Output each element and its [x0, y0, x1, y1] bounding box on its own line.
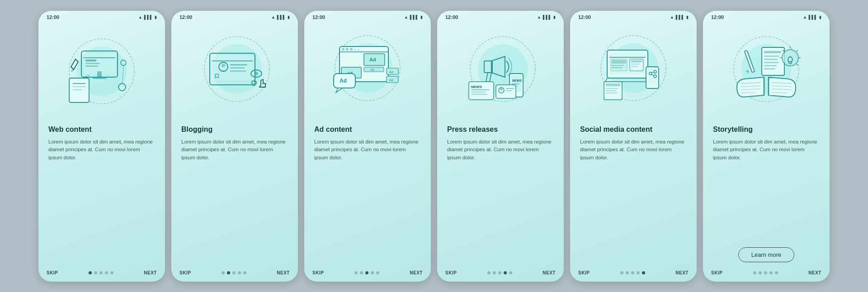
dot-3-5: [376, 271, 379, 274]
svg-rect-85: [648, 69, 657, 84]
dot-6-5: [775, 271, 778, 274]
svg-rect-9: [93, 78, 106, 79]
bottom-web-content: SKIP NEXT: [38, 266, 165, 282]
dot-1-5: [110, 271, 113, 274]
signal-icon-6: ▌▌▌: [809, 15, 817, 19]
svg-text:Ad: Ad: [340, 78, 347, 84]
desc-storytelling: Lorem ipsum dolor sit dim amet, mea regi…: [713, 138, 820, 244]
svg-rect-92: [606, 83, 620, 86]
svg-rect-93: [606, 88, 618, 89]
svg-rect-61: [469, 82, 494, 100]
dot-1-2: [94, 271, 97, 274]
illustration-web-content: [38, 22, 165, 125]
signal-icon-2: ▌▌▌: [277, 15, 286, 19]
svg-text:Ad: Ad: [370, 68, 374, 71]
svg-text:NEWS: NEWS: [512, 79, 522, 82]
dot-4-1: [487, 271, 491, 274]
battery-icon-2: ▮: [288, 15, 290, 19]
skip-label-4[interactable]: SKIP: [445, 270, 457, 275]
signal-icon-3: ▌▌▌: [410, 15, 419, 19]
dot-2-4: [238, 271, 241, 274]
title-ad-content: Ad content: [314, 125, 421, 134]
svg-text:< >: < >: [354, 48, 359, 52]
phone-social-media: 12:00 ▲ ▌▌▌ ▮: [570, 11, 697, 282]
signal-icon-5: ▌▌▌: [676, 15, 684, 19]
phones-container: 12:00 ▲ ▌▌▌ ▮: [29, 2, 839, 291]
svg-rect-10: [69, 78, 89, 102]
content-ad-content: Ad content Lorem ipsum dolor sit dim ame…: [304, 125, 431, 266]
status-icons-1: ▲ ▌▌▌ ▮: [138, 15, 157, 19]
skip-label-3[interactable]: SKIP: [312, 270, 324, 275]
next-label-6[interactable]: NEXT: [808, 270, 821, 275]
svg-rect-95: [606, 93, 618, 93]
svg-rect-82: [631, 64, 640, 65]
learn-more-button[interactable]: Learn more: [738, 247, 794, 262]
svg-rect-113: [764, 59, 778, 60]
battery-icon-3: ▮: [420, 15, 423, 19]
dot-3-2: [360, 271, 363, 274]
svg-line-122: [797, 50, 798, 51]
dot-5-1: [620, 271, 623, 274]
svg-rect-78: [612, 65, 624, 66]
title-blogging: Blogging: [181, 125, 288, 134]
status-icons-5: ▲ ▌▌▌ ▮: [670, 15, 689, 19]
bottom-social-media: SKIP NEXT: [570, 266, 697, 282]
dots-4: [487, 271, 512, 274]
svg-rect-65: [471, 94, 487, 95]
svg-point-31: [255, 72, 258, 75]
dot-6-4: [769, 271, 773, 274]
illustration-press-releases: NEWS NEWS: [437, 22, 564, 125]
svg-rect-28: [230, 70, 246, 72]
svg-point-68: [500, 88, 503, 91]
svg-point-38: [350, 48, 353, 51]
skip-label-5[interactable]: SKIP: [578, 270, 590, 275]
svg-rect-6: [85, 63, 100, 64]
title-press-releases: Press releases: [447, 125, 554, 134]
next-label-5[interactable]: NEXT: [675, 270, 689, 275]
svg-text:Ad: Ad: [389, 70, 393, 74]
svg-point-37: [346, 48, 349, 51]
svg-text:Ω: Ω: [214, 72, 219, 79]
dot-5-3: [631, 271, 634, 274]
battery-icon-5: ▮: [686, 15, 689, 19]
dot-3-3: [365, 271, 368, 274]
svg-rect-115: [764, 65, 777, 66]
svg-rect-77: [612, 60, 626, 64]
dot-5-5: [642, 271, 645, 274]
next-label-3[interactable]: NEXT: [410, 270, 423, 275]
dot-3-4: [371, 271, 374, 274]
svg-rect-111: [764, 51, 781, 53]
status-icons-3: ▲ ▌▌▌ ▮: [404, 15, 423, 19]
dot-1-4: [105, 271, 108, 274]
next-label-2[interactable]: NEXT: [277, 270, 290, 275]
skip-label-2[interactable]: SKIP: [179, 270, 191, 275]
battery-icon-6: ▮: [819, 15, 821, 19]
status-icons-4: ▲ ▌▌▌ ▮: [537, 15, 556, 19]
dot-4-2: [493, 271, 496, 274]
content-social-media: Social media content Lorem ipsum dolor s…: [570, 125, 697, 266]
dot-4-4: [504, 271, 507, 274]
desc-social-media: Lorem ipsum dolor sit dim amet, mea regi…: [580, 138, 687, 266]
svg-rect-114: [764, 62, 778, 63]
dots-6: [753, 271, 778, 274]
dot-4-5: [509, 271, 512, 274]
phone-ad-content: 12:00 ▲ ▌▌▌ ▮ < > Ad: [304, 11, 431, 282]
status-bar-5: 12:00 ▲ ▌▌▌ ▮: [570, 11, 697, 22]
status-bar-1: 12:00 ▲ ▌▌▌ ▮: [38, 11, 165, 22]
title-social-media: Social media content: [580, 125, 687, 134]
next-label-4[interactable]: NEXT: [542, 270, 556, 275]
status-time-4: 12:00: [445, 14, 458, 20]
svg-rect-26: [230, 64, 247, 65]
dot-6-3: [764, 271, 767, 274]
status-time-5: 12:00: [578, 14, 591, 20]
signal-icon-4: ▌▌▌: [543, 15, 552, 19]
wifi-icon-4: ▲: [537, 15, 541, 19]
svg-rect-27: [230, 67, 245, 69]
next-label-1[interactable]: NEXT: [144, 270, 157, 275]
skip-label-1[interactable]: SKIP: [47, 270, 58, 275]
wifi-icon-5: ▲: [670, 15, 674, 19]
skip-label-6[interactable]: SKIP: [711, 270, 722, 275]
dot-2-3: [232, 271, 236, 274]
title-web-content: Web content: [48, 125, 155, 134]
svg-rect-63: [471, 89, 489, 90]
